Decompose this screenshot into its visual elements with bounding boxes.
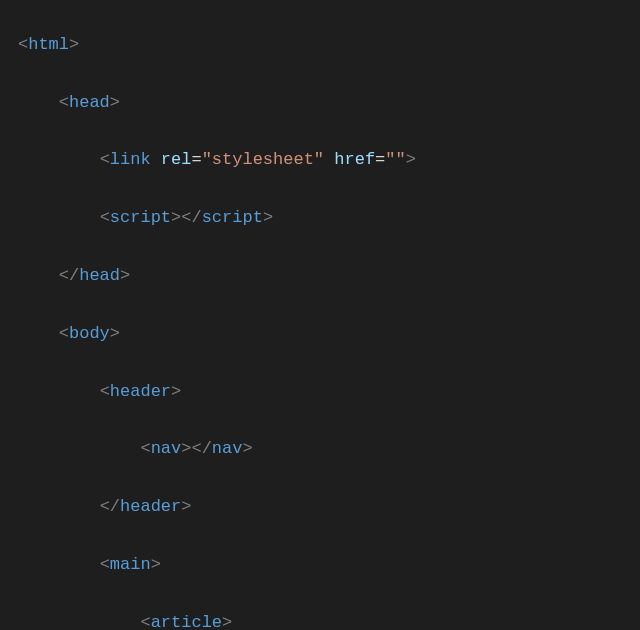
code-line[interactable]: <script></script> — [18, 204, 640, 233]
bracket-slash-open: </ — [100, 497, 120, 516]
attr-value-stylesheet: "stylesheet" — [202, 150, 324, 169]
bracket-close: > — [151, 555, 161, 574]
bracket-close: > — [406, 150, 416, 169]
tag-header: header — [120, 497, 181, 516]
bracket-close: > — [110, 93, 120, 112]
equals: = — [375, 150, 385, 169]
code-line[interactable]: <body> — [18, 320, 640, 349]
bracket-open: < — [59, 324, 69, 343]
tag-link: link — [110, 150, 151, 169]
bracket-open: < — [100, 150, 110, 169]
tag-header: header — [110, 382, 171, 401]
code-line[interactable]: </header> — [18, 493, 640, 522]
bracket-slash-open: </ — [191, 439, 211, 458]
tag-body: body — [69, 324, 110, 343]
equals: = — [191, 150, 201, 169]
tag-main: main — [110, 555, 151, 574]
tag-script: script — [202, 208, 263, 227]
code-editor[interactable]: <html> <head> <link rel="stylesheet" hre… — [0, 2, 640, 630]
bracket-open: < — [100, 555, 110, 574]
bracket-close: > — [263, 208, 273, 227]
attr-value-empty: "" — [385, 150, 405, 169]
bracket-close: > — [69, 35, 79, 54]
bracket-close: > — [171, 208, 181, 227]
bracket-close: > — [242, 439, 252, 458]
tag-article: article — [151, 613, 222, 630]
attr-href: href — [334, 150, 375, 169]
bracket-close: > — [110, 324, 120, 343]
tag-script: script — [110, 208, 171, 227]
bracket-open: < — [100, 208, 110, 227]
code-line[interactable]: <head> — [18, 89, 640, 118]
bracket-slash-open: </ — [181, 208, 201, 227]
bracket-close: > — [181, 497, 191, 516]
code-line[interactable]: <header> — [18, 378, 640, 407]
bracket-close: > — [181, 439, 191, 458]
code-line[interactable]: <link rel="stylesheet" href=""> — [18, 146, 640, 175]
bracket-open: < — [140, 439, 150, 458]
tag-html: html — [28, 35, 69, 54]
code-line[interactable]: <article> — [18, 609, 640, 630]
bracket-close: > — [222, 613, 232, 630]
bracket-open: < — [140, 613, 150, 630]
bracket-close: > — [171, 382, 181, 401]
code-line[interactable]: <html> — [18, 31, 640, 60]
tag-head: head — [79, 266, 120, 285]
tag-nav: nav — [151, 439, 182, 458]
bracket-open: < — [18, 35, 28, 54]
code-line[interactable]: <main> — [18, 551, 640, 580]
code-line[interactable]: <nav></nav> — [18, 435, 640, 464]
bracket-slash-open: </ — [59, 266, 79, 285]
bracket-open: < — [59, 93, 69, 112]
bracket-open: < — [100, 382, 110, 401]
code-line[interactable]: </head> — [18, 262, 640, 291]
attr-rel: rel — [161, 150, 192, 169]
tag-nav: nav — [212, 439, 243, 458]
tag-head: head — [69, 93, 110, 112]
bracket-close: > — [120, 266, 130, 285]
